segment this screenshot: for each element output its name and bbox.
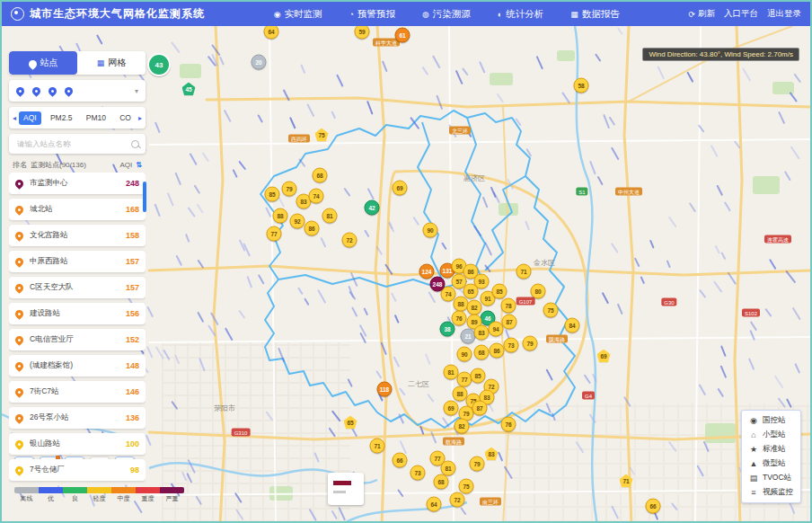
map-marker[interactable]: 72: [342, 233, 357, 248]
station-row-5[interactable]: C区天空大队157: [9, 277, 146, 298]
pollutant-chip-CO[interactable]: CO: [115, 111, 136, 125]
road-badge: 中州大道: [615, 188, 642, 196]
map-marker[interactable]: 84: [565, 318, 580, 333]
station-row-7[interactable]: C电信营业厅152: [9, 329, 146, 350]
station-row-2[interactable]: 城北站168: [9, 199, 146, 220]
tab-网格[interactable]: ▦网格: [77, 51, 146, 75]
map-marker[interactable]: 66: [646, 499, 661, 514]
map-marker[interactable]: 77: [267, 226, 282, 242]
pin-national-icon[interactable]: [14, 85, 26, 97]
station-row-1[interactable]: 市监测中心248: [9, 173, 146, 194]
map-marker[interactable]: 92: [290, 214, 305, 229]
map-marker[interactable]: 68: [474, 345, 490, 360]
pin-micro-icon[interactable]: [63, 85, 75, 97]
map-marker[interactable]: 79: [523, 336, 538, 351]
map-marker[interactable]: 88: [273, 208, 288, 224]
map-marker[interactable]: 68: [434, 474, 449, 490]
wind-streak: [668, 441, 677, 452]
search-input[interactable]: [15, 138, 127, 149]
aqi-segment-重度: [136, 487, 160, 493]
aqi-label: 轻度: [87, 494, 111, 503]
map-marker[interactable]: 87: [472, 401, 488, 416]
pin-standard-icon[interactable]: [47, 85, 58, 97]
search-icon[interactable]: [131, 140, 139, 148]
map-marker[interactable]: 71: [370, 439, 385, 454]
header-right-item-2[interactable]: 入口平台: [724, 8, 758, 20]
map-marker[interactable]: 75: [459, 479, 474, 494]
wind-streak: [715, 245, 720, 254]
map-marker[interactable]: 72: [450, 492, 465, 508]
map-marker[interactable]: 69: [444, 401, 459, 416]
list-scrollbar[interactable]: [143, 182, 146, 212]
map-marker[interactable]: 83: [474, 325, 490, 341]
map-marker[interactable]: 20: [252, 55, 267, 70]
map-marker[interactable]: 74: [309, 189, 324, 204]
map-marker[interactable]: 61: [395, 28, 410, 43]
station-name: 7号仓储厂: [30, 465, 124, 475]
map-marker[interactable]: 71: [516, 264, 532, 279]
pollutant-chip-PM10[interactable]: PM10: [82, 111, 110, 125]
station-row-3[interactable]: 文化宫路站158: [9, 225, 146, 246]
map-marker[interactable]: 78: [501, 298, 516, 314]
map-marker[interactable]: 75: [543, 303, 559, 318]
map-marker[interactable]: 87: [502, 315, 517, 330]
tab-站点[interactable]: 站点: [9, 51, 77, 75]
station-name: C电信营业厅: [30, 334, 119, 345]
header-right-item-1[interactable]: ⟳刷新: [688, 8, 715, 20]
nav-item-4[interactable]: ◐统计分析: [498, 8, 543, 21]
map-marker[interactable]: 69: [393, 181, 408, 196]
wind-streak: [770, 259, 777, 270]
station-row-8[interactable]: (城建档案馆)148: [9, 355, 146, 377]
map-marker[interactable]: 79: [470, 457, 485, 472]
chips-right-arrow[interactable]: ▸: [137, 114, 143, 122]
station-row-6[interactable]: 建设路站156: [9, 303, 146, 324]
map-marker[interactable]: 118: [377, 382, 393, 397]
station-row-4[interactable]: 中原西路站157: [9, 251, 146, 272]
station-row-10[interactable]: 26号泵小站136: [9, 407, 146, 429]
map-marker[interactable]: 66: [393, 453, 408, 468]
map-marker[interactable]: 124: [419, 264, 435, 279]
nav-item-3[interactable]: ◍污染溯源: [422, 8, 471, 21]
map-marker[interactable]: 90: [457, 347, 472, 362]
map-marker[interactable]: 73: [410, 465, 426, 481]
map-marker[interactable]: 76: [452, 311, 467, 326]
wind-streak: [154, 204, 161, 217]
pollutant-chip-AQI[interactable]: AQI: [19, 111, 41, 125]
chips-left-arrow[interactable]: ◂: [12, 114, 17, 122]
pin-small-icon[interactable]: [31, 85, 42, 97]
map-marker[interactable]: 85: [471, 368, 486, 384]
map-marker[interactable]: 65: [463, 284, 479, 299]
station-row-12[interactable]: 7号仓储厂98: [9, 459, 146, 481]
map-marker[interactable]: 81: [322, 208, 338, 224]
map-marker[interactable]: 79: [282, 182, 297, 197]
station-row-9[interactable]: 7街C7站146: [9, 381, 146, 403]
map-marker[interactable]: 85: [492, 284, 508, 299]
sort-icon[interactable]: ⇅: [136, 161, 142, 169]
map-marker[interactable]: 82: [467, 300, 482, 315]
map-marker[interactable]: 86: [304, 221, 320, 236]
map-marker[interactable]: 58: [574, 78, 589, 93]
map-marker[interactable]: 90: [423, 223, 438, 238]
map-marker[interactable]: 248: [430, 277, 446, 292]
map-marker[interactable]: 76: [501, 417, 516, 432]
map-popup[interactable]: [328, 473, 364, 505]
nav-item-2[interactable]: ◔预警预报: [349, 8, 395, 21]
map-marker[interactable]: 64: [427, 497, 442, 512]
wind-streak: [196, 496, 202, 505]
map-marker[interactable]: 42: [365, 200, 380, 216]
map-marker[interactable]: 38: [440, 322, 455, 337]
map-marker[interactable]: 80: [531, 284, 546, 299]
station-row-11[interactable]: 银山路站100: [9, 433, 146, 455]
map-marker[interactable]: 86: [490, 343, 505, 359]
pollutant-chip-PM2.5[interactable]: PM2.5: [46, 111, 77, 125]
header-right-item-3[interactable]: 退出登录: [767, 8, 801, 20]
chevron-down-icon[interactable]: ▾: [135, 87, 138, 95]
map-marker[interactable]: 73: [504, 338, 519, 353]
nav-item-1[interactable]: ◉实时监测: [274, 8, 322, 21]
map-marker[interactable]: 68: [313, 168, 328, 183]
wind-streak: [171, 41, 181, 53]
nav-item-5[interactable]: ▦数据报告: [570, 8, 620, 21]
map-marker[interactable]: 43: [147, 53, 171, 76]
map-marker[interactable]: 85: [265, 187, 280, 202]
map-marker[interactable]: 82: [455, 419, 470, 434]
